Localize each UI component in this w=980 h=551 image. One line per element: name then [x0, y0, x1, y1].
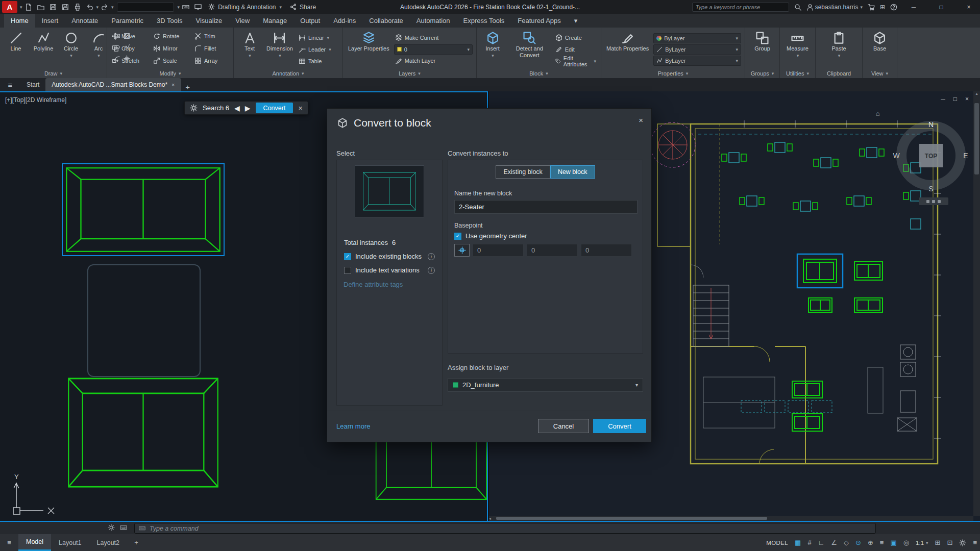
group-button[interactable]: Group	[750, 30, 775, 68]
minimize-button[interactable]: ─	[902, 0, 925, 14]
search-icon[interactable]	[794, 4, 801, 11]
tab-automation[interactable]: Automation	[410, 14, 457, 28]
edit-attributes-button[interactable]: Edit Attributes▾	[554, 56, 597, 66]
keyboard-icon[interactable]	[180, 1, 192, 13]
line-button[interactable]: Line	[4, 30, 28, 68]
scroll-left-icon[interactable]: ◂	[489, 516, 491, 521]
copy-button[interactable]: Copy	[111, 43, 147, 54]
ortho-icon[interactable]: ∟	[818, 539, 825, 546]
tab-view[interactable]: View	[229, 14, 256, 28]
include-text-checkbox[interactable]	[344, 267, 351, 274]
cart-icon[interactable]	[868, 4, 875, 11]
insert-block-button[interactable]: Insert▾	[480, 30, 505, 68]
create-block-button[interactable]: Create	[554, 32, 597, 43]
panel-groups-footer[interactable]: Groups▾	[745, 68, 779, 78]
previous-result-button[interactable]: ◀	[234, 104, 240, 112]
array-button[interactable]: Array	[193, 56, 230, 66]
tab-featured-apps[interactable]: Featured Apps	[511, 14, 568, 28]
snap-mode-icon[interactable]: #	[807, 539, 811, 546]
command-line[interactable]	[134, 523, 876, 534]
layer-select-combo[interactable]: 0 ▾	[394, 44, 473, 55]
new-file-button[interactable]	[22, 1, 35, 13]
tab-manage[interactable]: Manage	[256, 14, 293, 28]
workspace-switcher[interactable]: Drafting & Annotation ▾	[204, 1, 286, 13]
clean-screen-icon[interactable]: ⊡	[947, 539, 953, 546]
vertical-scroll-thumb[interactable]	[974, 103, 979, 174]
panel-block-footer[interactable]: Block▾	[477, 68, 601, 78]
dialog-close-icon[interactable]: ×	[639, 116, 643, 124]
document-close-icon[interactable]: ×	[172, 82, 175, 88]
ribbon-display-toggle[interactable]: ▾	[568, 14, 584, 28]
annotation-visibility-icon[interactable]: ◎	[903, 539, 909, 546]
command-history-icon[interactable]	[120, 524, 127, 531]
tab-3d-tools[interactable]: 3D Tools	[150, 14, 189, 28]
info-icon[interactable]: i	[428, 267, 435, 274]
tab-start[interactable]: Start	[20, 78, 45, 91]
include-existing-row[interactable]: ✓ Include existing blocks i	[337, 253, 442, 260]
tab-home[interactable]: Home	[4, 14, 35, 28]
open-file-button[interactable]	[35, 1, 47, 13]
viewport-restore-icon[interactable]: □	[953, 95, 957, 103]
block-name-input[interactable]	[454, 200, 638, 214]
undo-button[interactable]	[84, 1, 96, 13]
polyline-button[interactable]: Polyline	[31, 30, 56, 68]
new-layout-button[interactable]: +	[127, 534, 145, 551]
lineweight-display-icon[interactable]: ≡	[880, 539, 884, 546]
panel-view-footer[interactable]: View▾	[863, 68, 897, 78]
scroll-up-icon[interactable]: ▴	[975, 91, 977, 96]
horizontal-scroll-thumb[interactable]	[496, 517, 767, 520]
base-button[interactable]: Base	[868, 30, 892, 68]
stretch-button[interactable]: Stretch	[111, 56, 147, 66]
customization-menu-icon[interactable]: ≡	[973, 539, 977, 546]
panel-utilities-footer[interactable]: Utilities▾	[780, 68, 815, 78]
new-drawing-button[interactable]: +	[181, 83, 194, 91]
include-text-row[interactable]: Include text variations i	[337, 266, 442, 274]
dimension-button[interactable]: Dimension▾	[265, 30, 295, 68]
new-block-toggle[interactable]: New block	[550, 165, 595, 179]
panel-layers-footer[interactable]: Layers▾	[343, 68, 476, 78]
define-attribute-tags-link[interactable]: Define attribute tags	[344, 281, 403, 288]
redo-button[interactable]	[99, 1, 111, 13]
apps-icon[interactable]: ⊞	[880, 4, 885, 11]
table-button[interactable]: Table	[298, 56, 332, 66]
autocad-logo[interactable]: A	[2, 1, 17, 13]
basepoint-y-input[interactable]	[527, 244, 578, 257]
keyword-search-input[interactable]	[692, 3, 789, 12]
grid-icon[interactable]: ▦	[795, 539, 801, 546]
circle-button[interactable]: Circle▾	[59, 30, 83, 68]
model-space-toggle[interactable]: MODEL	[766, 540, 788, 546]
view-cube[interactable]: TOP N W E S	[890, 114, 974, 197]
save-as-button[interactable]	[59, 1, 71, 13]
annotation-scale-control[interactable]: 1:1 ▾	[916, 540, 928, 546]
paste-button[interactable]: Paste▾	[827, 30, 851, 68]
text-button[interactable]: Text▾	[237, 30, 262, 68]
viewport-controls[interactable]: [+][Top][2D Wireframe]	[5, 96, 66, 104]
leader-button[interactable]: Leader▾	[298, 44, 332, 55]
existing-block-toggle[interactable]: Existing block	[496, 165, 550, 179]
tab-layout2[interactable]: Layout2	[89, 534, 127, 551]
tab-model[interactable]: Model	[18, 534, 51, 551]
trim-button[interactable]: Trim	[193, 31, 230, 42]
linetype-combo[interactable]: ByLayer▾	[653, 56, 741, 66]
tab-output[interactable]: Output	[293, 14, 327, 28]
geometry-center-row[interactable]: ✓ Use geometry center	[448, 232, 643, 240]
learn-more-link[interactable]: Learn more	[336, 422, 370, 430]
geometry-center-checkbox[interactable]: ✓	[454, 233, 461, 240]
vertical-scrollbar[interactable]: ▴	[973, 91, 980, 516]
lineweight-combo[interactable]: ByLayer▾	[653, 44, 741, 55]
assign-layer-dropdown[interactable]: 2D_furniture ▾	[448, 378, 643, 392]
file-tab-menu-icon[interactable]: ≡	[0, 78, 20, 91]
info-icon[interactable]: i	[428, 253, 435, 260]
edit-block-button[interactable]: Edit	[554, 44, 597, 55]
sofa-outline-ghost[interactable]	[87, 264, 201, 377]
viewport-minimize-icon[interactable]: ─	[941, 95, 945, 103]
fillet-button[interactable]: Fillet	[193, 43, 230, 54]
tab-collaborate[interactable]: Collaborate	[362, 14, 410, 28]
make-current-button[interactable]: Make Current	[394, 33, 473, 43]
next-result-button[interactable]: ▶	[245, 104, 251, 112]
quick-access-field[interactable]	[117, 3, 174, 12]
user-account-button[interactable]: sebastian.harris ▾	[806, 4, 863, 11]
move-button[interactable]: Move	[111, 31, 147, 42]
detect-and-convert-button[interactable]: Detect and Convert	[508, 30, 551, 68]
command-input[interactable]	[150, 525, 871, 532]
